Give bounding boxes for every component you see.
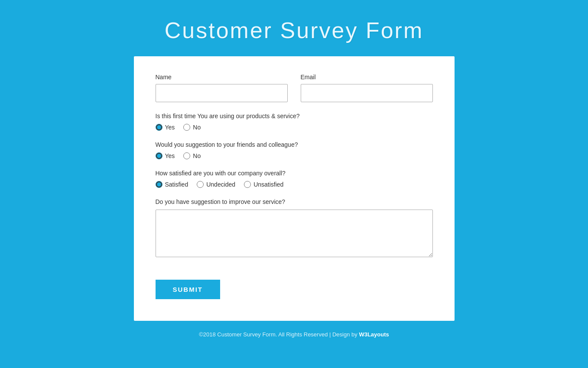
- question3-undecided-label[interactable]: Undecided: [197, 181, 235, 188]
- question2-text: Would you suggestion to your friends and…: [156, 141, 433, 148]
- name-label: Name: [156, 74, 288, 81]
- question3-satisfied-radio[interactable]: [156, 181, 162, 188]
- question3-unsatisfied-label[interactable]: Unsatisfied: [244, 181, 283, 188]
- suggestion-textarea[interactable]: [156, 210, 433, 257]
- question3-satisfied-label[interactable]: Satisfied: [156, 181, 188, 188]
- question4-section: Do you have suggestion to improve our se…: [156, 198, 433, 259]
- question2-no-text: No: [193, 152, 201, 159]
- question1-yes-label[interactable]: Yes: [156, 124, 175, 131]
- question2-yes-label[interactable]: Yes: [156, 152, 175, 159]
- question1-radio-group: Yes No: [156, 124, 433, 131]
- question3-unsatisfied-radio[interactable]: [244, 181, 251, 188]
- question3-undecided-radio[interactable]: [197, 181, 204, 188]
- question2-no-label[interactable]: No: [183, 152, 201, 159]
- question3-text: How satisfied are you with our company o…: [156, 170, 433, 177]
- submit-button[interactable]: SUBMIT: [156, 280, 221, 299]
- question1-yes-radio[interactable]: [156, 124, 162, 131]
- question1-no-label[interactable]: No: [183, 124, 201, 131]
- email-input[interactable]: [301, 84, 433, 102]
- question3-satisfied-text: Satisfied: [165, 181, 188, 188]
- footer: ©2018 Customer Survey Form. All Rights R…: [199, 331, 389, 338]
- question3-radio-group: Satisfied Undecided Unsatisfied: [156, 181, 433, 188]
- footer-link[interactable]: W3Layouts: [359, 331, 389, 338]
- question3-undecided-text: Undecided: [206, 181, 235, 188]
- question1-text: Is this first time You are using our pro…: [156, 113, 433, 119]
- question3-unsatisfied-text: Unsatisfied: [253, 181, 283, 188]
- question2-radio-group: Yes No: [156, 152, 433, 159]
- page-title: Customer Survey Form: [165, 17, 423, 43]
- email-group: Email: [301, 74, 433, 102]
- form-container: Name Email Is this first time You are us…: [134, 56, 455, 321]
- footer-text: ©2018 Customer Survey Form. All Rights R…: [199, 331, 359, 338]
- name-group: Name: [156, 74, 288, 102]
- question2-yes-text: Yes: [165, 152, 175, 159]
- name-input[interactable]: [156, 84, 288, 102]
- question1-yes-text: Yes: [165, 124, 175, 131]
- question1-no-text: No: [193, 124, 201, 131]
- question1-section: Is this first time You are using our pro…: [156, 113, 433, 131]
- question2-yes-radio[interactable]: [156, 152, 162, 159]
- question1-no-radio[interactable]: [183, 124, 190, 131]
- question4-text: Do you have suggestion to improve our se…: [156, 198, 433, 205]
- question3-section: How satisfied are you with our company o…: [156, 170, 433, 188]
- question2-section: Would you suggestion to your friends and…: [156, 141, 433, 159]
- email-label: Email: [301, 74, 433, 81]
- name-email-row: Name Email: [156, 74, 433, 102]
- question2-no-radio[interactable]: [183, 152, 190, 159]
